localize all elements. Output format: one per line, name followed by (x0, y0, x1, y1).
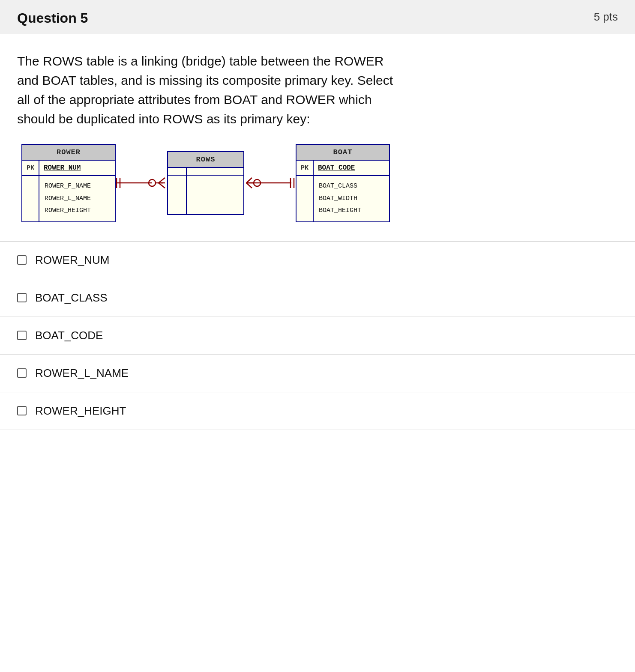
question-container: Question 5 5 pts The ROWS table is a lin… (0, 0, 635, 672)
option-label-3: BOAT_CODE (35, 329, 103, 342)
rows-pk-row (168, 168, 243, 176)
option-label-5: ROWER_HEIGHT (35, 404, 126, 418)
boat-pk-field: BOAT_CODE (314, 161, 359, 175)
boat-attr-indent (297, 176, 314, 221)
option-label-2: BOAT_CLASS (35, 291, 108, 305)
option-row-2[interactable]: BOAT_CLASS (0, 279, 635, 317)
rower-pk-field: ROWER_NUM (39, 161, 85, 175)
rower-pk-label: PK (22, 161, 39, 175)
question-header: Question 5 5 pts (0, 0, 635, 34)
rower-attr-indent (22, 176, 39, 221)
boat-table: BOAT PK BOAT_CODE BOAT_CLASSBOAT_WIDTHBO… (296, 144, 390, 222)
rower-pk-row: PK ROWER_NUM (22, 161, 115, 176)
rower-table-header: ROWER (22, 145, 115, 161)
connector-rower-rows-svg (116, 153, 167, 213)
option-row-3[interactable]: BOAT_CODE (0, 317, 635, 355)
rows-table-header: ROWS (168, 152, 243, 168)
rows-body (168, 176, 243, 214)
svg-line-11 (246, 178, 252, 183)
rows-body-cell2 (187, 176, 243, 214)
rower-attr-list: ROWER_F_NAMEROWER_L_NAMEROWER_HEIGHT (39, 176, 96, 221)
rows-table: ROWS (167, 151, 244, 215)
question-title: Question 5 (17, 10, 88, 26)
boat-pk-label: PK (297, 161, 314, 175)
svg-line-5 (159, 178, 165, 183)
boat-attrs: BOAT_CLASSBOAT_WIDTHBOAT_HEIGHT (297, 176, 389, 221)
boat-attr-list: BOAT_CLASSBOAT_WIDTHBOAT_HEIGHT (314, 176, 366, 221)
checkbox-rower-l-name[interactable] (17, 368, 27, 378)
option-row-5[interactable]: ROWER_HEIGHT (0, 392, 635, 430)
rower-attrs: ROWER_F_NAMEROWER_L_NAMEROWER_HEIGHT (22, 176, 115, 221)
question-points: 5 pts (594, 10, 618, 24)
checkbox-rower-num[interactable] (17, 255, 27, 265)
rows-cell2 (187, 168, 243, 175)
checkbox-boat-code[interactable] (17, 331, 27, 340)
boat-pk-row: PK BOAT_CODE (297, 161, 389, 176)
connector-rows-boat (244, 153, 296, 213)
svg-line-12 (246, 183, 252, 188)
boat-table-header: BOAT (297, 145, 389, 161)
options-section: ROWER_NUM BOAT_CLASS BOAT_CODE ROWER_L_N… (0, 241, 635, 430)
question-text: The ROWS table is a linking (bridge) tab… (17, 51, 403, 128)
svg-line-6 (159, 183, 165, 188)
question-body: The ROWS table is a linking (bridge) tab… (0, 34, 635, 222)
option-row-1[interactable]: ROWER_NUM (0, 242, 635, 279)
connector-rower-rows (116, 153, 167, 213)
connector-rows-boat-svg (244, 153, 296, 213)
rows-cell1 (168, 168, 187, 175)
checkbox-rower-height[interactable] (17, 406, 27, 415)
erd-diagram: ROWER PK ROWER_NUM ROWER_F_NAMEROWER_L_N… (17, 144, 618, 222)
rower-table: ROWER PK ROWER_NUM ROWER_F_NAMEROWER_L_N… (21, 144, 116, 222)
option-label-4: ROWER_L_NAME (35, 367, 129, 380)
option-label-1: ROWER_NUM (35, 254, 109, 267)
rows-body-cell1 (168, 176, 187, 214)
option-row-4[interactable]: ROWER_L_NAME (0, 355, 635, 392)
checkbox-boat-class[interactable] (17, 293, 27, 302)
